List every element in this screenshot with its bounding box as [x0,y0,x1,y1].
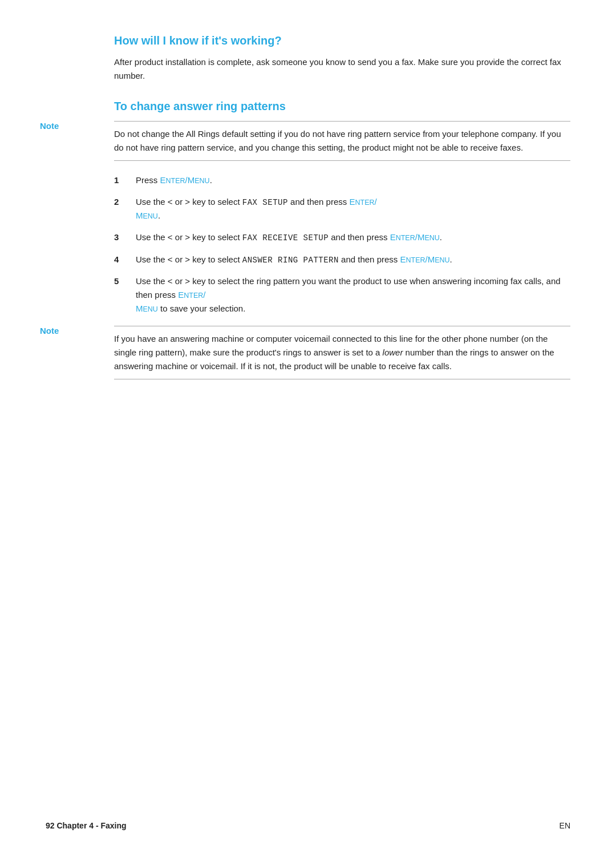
footer-language: EN [560,821,570,830]
step-5: 5 Use the < or > key to select the ring … [114,274,570,316]
step4-enter-menu-link: ENTER/MENU [400,254,449,264]
note2-content: If you have an answering machine or comp… [114,326,570,379]
step3-enter-menu-link: ENTER/MENU [390,232,440,242]
step-1-num: 1 [114,173,130,187]
step-5-num: 5 [114,274,130,288]
note1-content: Do not change the All Rings default sett… [114,121,570,161]
step-1-text: Press ENTER/MENU. [136,173,570,187]
step-2-num: 2 [114,195,130,209]
step-3-num: 3 [114,231,130,244]
note2-block: Note If you have an answering machine or… [114,326,570,379]
section1-title: How will I know if it's working? [114,34,570,47]
step-3: 3 Use the < or > key to select FAX RECEI… [114,231,570,244]
step-5-text: Use the < or > key to select the ring pa… [136,274,570,316]
step-2-text: Use the < or > key to select FAX SETUP a… [136,195,570,223]
page: How will I know if it's working? After p… [0,0,616,853]
section1-intro: After product installation is complete, … [114,55,570,83]
note2-label: Note [40,326,108,335]
step4-mono: ANSWER RING PATTERN [242,256,339,265]
step1-enter-menu-link: ENTER/MENU [160,175,210,185]
section2-title: To change answer ring patterns [114,100,570,113]
footer: 92 Chapter 4 - Faxing EN [0,821,616,830]
note2-italic: lower [383,347,403,357]
step3-mono: FAX RECEIVE SETUP [242,233,329,242]
step-1: 1 Press ENTER/MENU. [114,173,570,187]
step-2: 2 Use the < or > key to select FAX SETUP… [114,195,570,223]
step-4: 4 Use the < or > key to select ANSWER RI… [114,253,570,266]
steps-list: 1 Press ENTER/MENU. 2 Use the < or > key… [114,173,570,316]
step5-enter-menu-link: ENTER/MENU [136,290,205,313]
footer-page-info: 92 Chapter 4 - Faxing [46,821,127,830]
step-3-text: Use the < or > key to select FAX RECEIVE… [136,231,570,244]
note1-block: Note Do not change the All Rings default… [114,121,570,161]
step-4-text: Use the < or > key to select ANSWER RING… [136,253,570,266]
note1-label: Note [40,121,108,131]
step-4-num: 4 [114,253,130,266]
step2-mono: FAX SETUP [242,198,288,207]
